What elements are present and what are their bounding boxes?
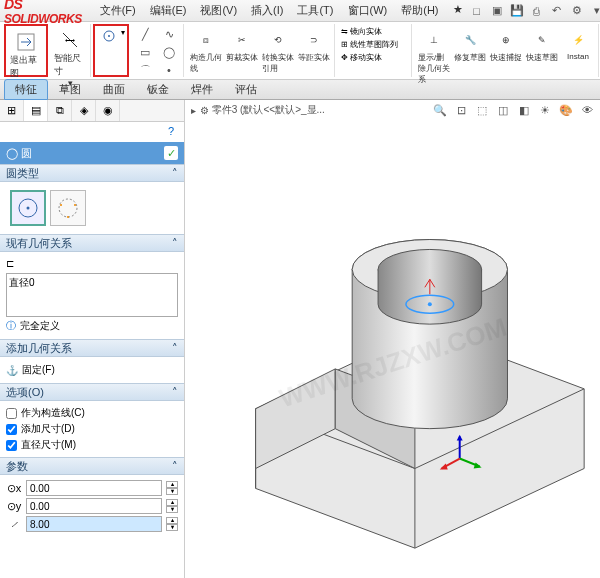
offset-icon: ⊃ [302, 28, 326, 52]
spin-down[interactable]: ▾ [166, 506, 178, 513]
settings-icon[interactable]: ⚙ [569, 3, 585, 19]
hide-show-icon[interactable]: 👁 [578, 102, 596, 118]
linear-pattern-button[interactable]: ⊞ 线性草图阵列 [341, 39, 407, 50]
display-tab[interactable]: ◉ [96, 100, 120, 121]
undo-icon[interactable]: ↶ [549, 3, 565, 19]
dropdown-icon[interactable]: ▾ [121, 28, 125, 37]
spin-up[interactable]: ▴ [166, 517, 178, 524]
chevron-up-icon: ˄ [172, 342, 178, 355]
more-icon[interactable]: ▾ [589, 3, 601, 19]
smart-dim-label: 智能尺寸 [54, 52, 86, 78]
menu-insert[interactable]: 插入(I) [245, 1, 289, 20]
construction-checkbox[interactable]: 作为构造线(C) [6, 405, 178, 421]
perimeter-circle-option[interactable] [50, 190, 86, 226]
instant-button[interactable]: ⚡ Instan [560, 26, 596, 63]
trim-entities-button[interactable]: ✂ 剪裁实体 [224, 26, 260, 65]
zoom-fit-icon[interactable]: 🔍 [431, 102, 449, 118]
flyout-tree-icon[interactable]: ▸ [191, 105, 196, 116]
svg-point-9 [67, 216, 69, 218]
center-x-input[interactable] [26, 480, 162, 496]
open-icon[interactable]: ▣ [489, 3, 505, 19]
circle-tool-button[interactable] [99, 28, 119, 44]
exit-sketch-group: 退出草图 ▾ [4, 24, 48, 77]
graphics-viewport[interactable]: ▸ ⚙ 零件3 (默认<<默认>_显... 🔍 ⊡ ⬚ ◫ ◧ ☀ 🎨 👁 [185, 100, 600, 578]
chevron-up-icon: ˄ [172, 460, 178, 473]
menu-window[interactable]: 窗口(W) [342, 1, 394, 20]
dimension-icon: ⟷ [58, 28, 82, 52]
trim-icon: ✂ [230, 28, 254, 52]
tab-weldments[interactable]: 焊件 [180, 79, 224, 100]
menu-file[interactable]: 文件(F) [94, 1, 142, 20]
property-manager-tab[interactable]: ▤ [24, 100, 48, 121]
quick-access-toolbar: □ ▣ 💾 ⎙ ↶ ⚙ ▾ [469, 3, 601, 19]
fix-relation-button[interactable]: ⚓ 固定(F) [6, 361, 178, 379]
dimxpert-tab[interactable]: ◈ [72, 100, 96, 121]
rect-tool-button[interactable]: ▭ [135, 44, 155, 60]
config-tab[interactable]: ⧉ [48, 100, 72, 121]
display-style-icon[interactable]: ◫ [494, 102, 512, 118]
feature-tree-tab[interactable]: ⊞ [0, 100, 24, 121]
print-icon[interactable]: ⎙ [529, 3, 545, 19]
menu-edit[interactable]: 编辑(E) [144, 1, 193, 20]
tab-features[interactable]: 特征 [4, 79, 48, 100]
tab-surfaces[interactable]: 曲面 [92, 79, 136, 100]
chevron-up-icon: ˄ [172, 386, 178, 399]
new-icon[interactable]: □ [469, 3, 485, 19]
section-options[interactable]: 选项(O)˄ [0, 383, 184, 401]
chevron-up-icon: ˄ [172, 167, 178, 180]
menu-tools[interactable]: 工具(T) [291, 1, 339, 20]
zoom-area-icon[interactable]: ⊡ [452, 102, 470, 118]
model-render [185, 130, 600, 578]
convert-ref-button[interactable]: ⟲ 转换实体引用 [260, 26, 296, 76]
ok-button[interactable]: ✓ [164, 146, 178, 160]
display-relations-button[interactable]: ⊥ 显示/删除几何关系 [416, 26, 452, 87]
section-existing-relations[interactable]: 现有几何关系˄ [0, 234, 184, 252]
diameter-dimension-checkbox[interactable]: 直径尺寸(M) [6, 437, 178, 453]
mirror-button[interactable]: ⇋ 镜向实体 [341, 26, 407, 37]
tab-sketch[interactable]: 草图 [48, 79, 92, 100]
menu-view[interactable]: 视图(V) [194, 1, 243, 20]
pattern-group: ⇋ 镜向实体 ⊞ 线性草图阵列 ✥ 移动实体 [337, 24, 412, 77]
section-circle-type[interactable]: 圆类型˄ [0, 164, 184, 182]
spin-up[interactable]: ▴ [166, 481, 178, 488]
point-tool-button[interactable]: • [159, 62, 179, 78]
rapid-sketch-button[interactable]: ✎ 快速草图 [524, 26, 560, 65]
arc-tool-button[interactable]: ⌒ [135, 62, 155, 78]
add-dimension-checkbox[interactable]: 添加尺寸(D) [6, 421, 178, 437]
radius-input[interactable] [26, 516, 162, 532]
spline-tool-button[interactable]: ∿ [159, 26, 179, 42]
mirror-icon: ⇋ [341, 27, 348, 36]
svg-point-3 [108, 35, 110, 37]
offset-entities-button[interactable]: ⊃ 等距实体 [296, 26, 332, 65]
help-icon[interactable]: ? [164, 124, 178, 138]
view-orientation-icon[interactable]: ⬚ [473, 102, 491, 118]
convert-entities-button[interactable]: ⧈ 构造几何线 [188, 26, 224, 76]
part-icon: ⚙ [200, 105, 209, 116]
move-entities-button[interactable]: ✥ 移动实体 [341, 52, 407, 63]
quick-snap-button[interactable]: ⊕ 快速捕捉 [488, 26, 524, 65]
section-parameters[interactable]: 参数˄ [0, 457, 184, 475]
chevron-up-icon: ˄ [172, 237, 178, 250]
existing-relations-list[interactable]: 直径0 [6, 273, 178, 317]
spin-down[interactable]: ▾ [166, 488, 178, 495]
save-icon[interactable]: 💾 [509, 3, 525, 19]
edit-appearance-icon[interactable]: 🎨 [557, 102, 575, 118]
scene-icon[interactable]: ☀ [536, 102, 554, 118]
center-circle-option[interactable] [10, 190, 46, 226]
ellipse-tool-button[interactable]: ◯ [159, 44, 179, 60]
section-add-relations[interactable]: 添加几何关系˄ [0, 339, 184, 357]
line-tool-button[interactable]: ╱ [135, 26, 155, 42]
repair-sketch-button[interactable]: 🔧 修复草图 [452, 26, 488, 65]
tab-sheetmetal[interactable]: 钣金 [136, 79, 180, 100]
center-y-row: ⊙y ▴▾ [6, 497, 178, 515]
menu-star-icon[interactable]: ★ [447, 1, 469, 20]
part-name[interactable]: 零件3 (默认<<默认>_显... [212, 103, 325, 117]
menu-help[interactable]: 帮助(H) [395, 1, 444, 20]
center-y-input[interactable] [26, 498, 162, 514]
section-view-icon[interactable]: ◧ [515, 102, 533, 118]
circle-icon: ◯ [6, 147, 18, 160]
spin-up[interactable]: ▴ [166, 499, 178, 506]
smart-dim-group: ⟷ 智能尺寸 ▾ [50, 24, 91, 77]
tab-evaluate[interactable]: 评估 [224, 79, 268, 100]
spin-down[interactable]: ▾ [166, 524, 178, 531]
